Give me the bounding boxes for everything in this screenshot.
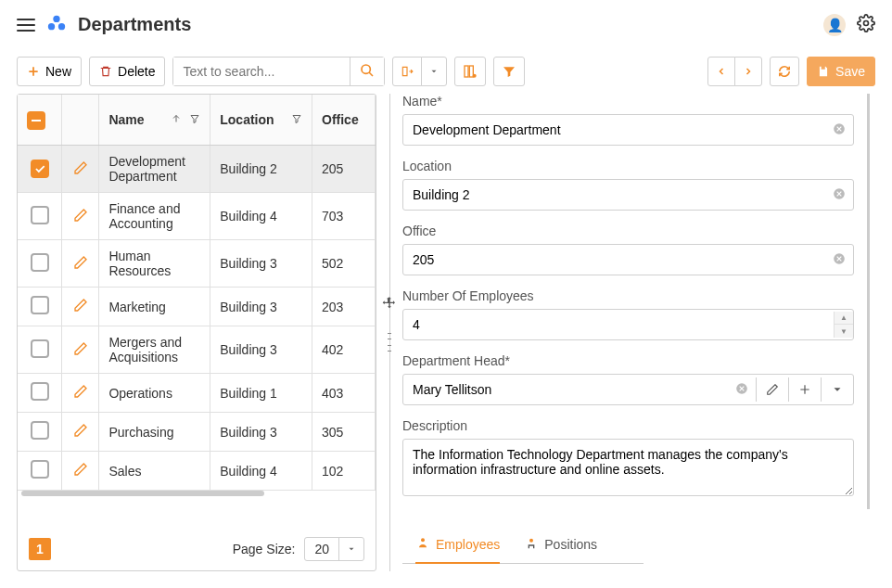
page-number[interactable]: 1 (29, 538, 51, 560)
move-icon[interactable] (382, 296, 397, 313)
filter-button[interactable] (493, 57, 525, 86)
description-field-label: Description (402, 418, 854, 433)
detail-tabs: Employees Positions (402, 526, 644, 564)
table-row[interactable]: PurchasingBuilding 3305 (18, 413, 376, 452)
prev-button[interactable] (707, 57, 735, 86)
svg-point-7 (473, 74, 477, 78)
page-size-label: Page Size: (233, 542, 296, 556)
cell-location: Building 2 (210, 146, 312, 193)
export-button[interactable] (392, 57, 422, 86)
table-row[interactable]: SalesBuilding 4102 (18, 452, 376, 491)
splitter[interactable] (376, 94, 402, 571)
svg-point-12 (421, 538, 425, 542)
edit-row-icon[interactable] (73, 163, 88, 178)
select-all-checkbox[interactable] (27, 111, 45, 130)
svg-rect-5 (465, 66, 468, 77)
dropdown-lookup-icon[interactable] (821, 377, 853, 402)
filter-icon[interactable] (189, 112, 200, 127)
cell-name: Sales (99, 452, 210, 491)
cell-name: Purchasing (99, 413, 210, 452)
cell-name: Mergers and Acquisitions (99, 326, 210, 374)
edit-row-icon[interactable] (73, 426, 88, 441)
col-location-header[interactable]: Location (220, 112, 274, 127)
table-row[interactable]: Human ResourcesBuilding 3502 (18, 240, 376, 288)
row-checkbox[interactable] (31, 339, 49, 358)
search-button[interactable] (350, 58, 384, 85)
clear-icon[interactable] (728, 382, 756, 398)
page-size-select[interactable]: 20 (304, 537, 364, 561)
employees-icon (415, 535, 430, 553)
tab-employees[interactable]: Employees (415, 526, 500, 564)
tab-positions[interactable]: Positions (524, 526, 597, 563)
col-office-header[interactable]: Office (322, 112, 359, 127)
edit-row-icon[interactable] (73, 258, 88, 273)
row-checkbox[interactable] (31, 253, 49, 272)
save-label: Save (835, 64, 865, 79)
edit-row-icon[interactable] (73, 211, 88, 225)
row-checkbox[interactable] (31, 421, 49, 440)
menu-toggle[interactable] (17, 19, 35, 32)
col-name-header[interactable]: Name (108, 112, 144, 127)
new-button[interactable]: New (17, 57, 82, 86)
location-field-label: Location (402, 159, 854, 173)
chevron-down-icon[interactable] (338, 538, 363, 560)
edit-row-icon[interactable] (73, 387, 88, 402)
tab-employees-label: Employees (436, 537, 500, 552)
edit-row-icon[interactable] (73, 465, 88, 479)
row-checkbox[interactable] (31, 382, 49, 401)
row-checkbox[interactable] (31, 206, 49, 224)
settings-gear-icon[interactable] (857, 14, 875, 35)
delete-button[interactable]: Delete (89, 57, 165, 86)
refresh-button[interactable] (770, 57, 799, 86)
location-input[interactable] (403, 180, 825, 210)
save-button[interactable]: Save (807, 57, 875, 86)
cell-location: Building 3 (210, 413, 312, 452)
cell-name: Finance and Accounting (99, 193, 210, 240)
user-avatar[interactable]: 👤 (823, 14, 846, 36)
add-lookup-icon[interactable] (788, 377, 821, 402)
filter-icon[interactable] (291, 112, 302, 127)
export-dropdown[interactable] (421, 57, 447, 86)
head-field-label: Department Head* (402, 353, 854, 368)
svg-point-2 (58, 23, 65, 30)
office-input[interactable] (403, 245, 825, 275)
name-input[interactable] (403, 115, 825, 145)
detail-pane: Name* Location Office (402, 94, 875, 571)
table-row[interactable]: Mergers and AcquisitionsBuilding 3402 (18, 326, 376, 374)
next-button[interactable] (734, 57, 762, 86)
row-checkbox[interactable] (31, 460, 49, 479)
cell-office: 502 (312, 240, 376, 288)
clear-icon[interactable] (825, 187, 853, 203)
svg-point-13 (529, 538, 533, 542)
cell-office: 305 (312, 413, 376, 452)
clear-icon[interactable] (825, 252, 853, 268)
spin-up-icon[interactable]: ▲ (835, 312, 853, 325)
page-title: Departments (78, 14, 812, 35)
edit-lookup-icon[interactable] (756, 377, 788, 402)
cell-office: 203 (312, 288, 376, 326)
table-row[interactable]: Finance and AccountingBuilding 4703 (18, 193, 376, 240)
row-checkbox[interactable] (31, 296, 49, 314)
svg-point-4 (362, 65, 370, 73)
sort-asc-icon[interactable] (171, 112, 182, 127)
num-employees-input[interactable] (403, 310, 834, 339)
spin-down-icon[interactable]: ▼ (835, 325, 853, 338)
row-checkbox[interactable] (31, 160, 49, 178)
table-row[interactable]: MarketingBuilding 3203 (18, 288, 376, 326)
horizontal-scrollbar[interactable] (21, 491, 264, 496)
cell-location: Building 4 (210, 193, 312, 240)
edit-row-icon[interactable] (73, 300, 88, 315)
table-row[interactable]: OperationsBuilding 1403 (18, 374, 376, 413)
edit-row-icon[interactable] (73, 344, 88, 359)
column-chooser-button[interactable] (454, 57, 486, 86)
num-employees-label: Number Of Employees (402, 288, 854, 303)
clear-icon[interactable] (825, 122, 853, 138)
table-row[interactable]: Development DepartmentBuilding 2205 (18, 146, 376, 193)
cell-location: Building 3 (210, 288, 312, 326)
description-textarea[interactable] (403, 440, 853, 495)
search-input[interactable] (173, 58, 350, 85)
head-input[interactable] (403, 375, 728, 404)
cell-office: 205 (312, 146, 376, 193)
departments-table: Name Location (18, 95, 376, 491)
delete-label: Delete (118, 64, 155, 79)
